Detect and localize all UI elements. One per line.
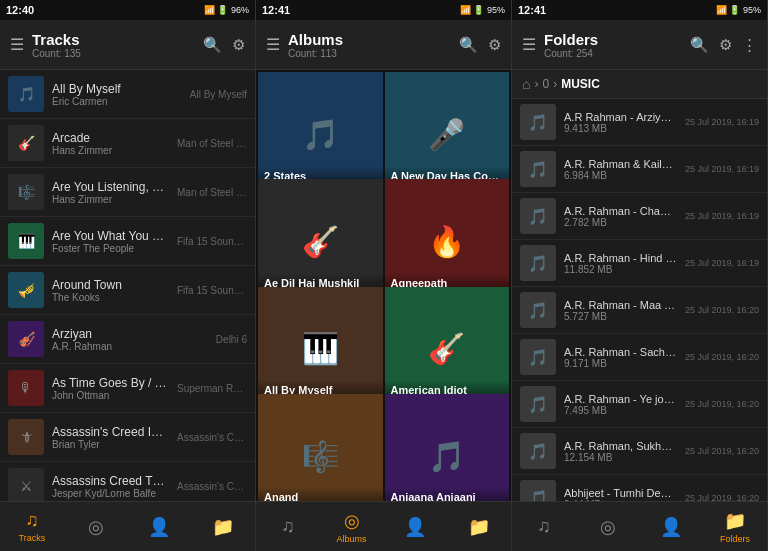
nav-item-3[interactable]: 📁 bbox=[191, 516, 255, 538]
hamburger-icon[interactable]: ☰ bbox=[266, 35, 280, 54]
file-name: A.R. Rahman - Chaand Taare .mp3 bbox=[564, 205, 677, 217]
hamburger-icon[interactable]: ☰ bbox=[10, 35, 24, 54]
file-thumbnail: 🎵 bbox=[520, 292, 556, 328]
track-artist: Jesper Kyd/Lorne Balfe bbox=[52, 488, 169, 499]
track-album: All By Myself bbox=[190, 89, 247, 100]
track-info: Assassin's Creed IV Black Flag Brian Tyl… bbox=[52, 425, 169, 450]
track-thumbnail: 🎹 bbox=[8, 223, 44, 259]
nav-item-1[interactable]: ◎ Albums bbox=[320, 510, 384, 544]
album-card[interactable]: 🎸 American Idiot Green Day bbox=[385, 287, 510, 412]
track-item[interactable]: 🎸 Arcade Hans Zimmer Man of Steel (Origi… bbox=[0, 119, 255, 168]
file-size: 7.495 MB bbox=[564, 405, 677, 416]
file-info: A.R. Rahman - Sachin Sachin.mp3 9.171 MB bbox=[564, 346, 677, 369]
nav-item-2[interactable]: 👤 bbox=[384, 516, 448, 538]
panel-count: Count: 254 bbox=[544, 48, 682, 59]
header-icons: 🔍 ⚙ ⋮ bbox=[690, 36, 757, 54]
file-item[interactable]: 🎵 A.R. Rahman - Chaand Taare .mp3 2.782 … bbox=[512, 193, 767, 240]
bottom-nav: ♫ Tracks ◎ 👤 📁 bbox=[0, 501, 255, 551]
tracks-panel: 12:40 📶 🔋 96% ☰ Tracks Count: 135 🔍 ⚙ 🎵 … bbox=[0, 0, 256, 551]
album-card[interactable]: 🎼 Anand Anand bbox=[258, 394, 383, 501]
track-item[interactable]: 🎺 Around Town The Kooks Fifa 15 Soundtra… bbox=[0, 266, 255, 315]
album-card[interactable]: 🔥 Agneepath Sonu Nigam bbox=[385, 179, 510, 304]
album-card[interactable]: 🎵 Anjaana Anjaani Rahat Fateh Ali Khan, … bbox=[385, 394, 510, 501]
nav-icon-0: ♫ bbox=[537, 516, 551, 537]
filter-icon[interactable]: ⚙ bbox=[488, 36, 501, 54]
file-size: 11.852 MB bbox=[564, 264, 677, 275]
file-name: A.R Rahman - Arziyan.mp3 bbox=[564, 111, 677, 123]
folders-panel: 12:41 📶 🔋 95% ☰ Folders Count: 254 🔍 ⚙ ⋮… bbox=[512, 0, 768, 551]
nav-item-0[interactable]: ♫ bbox=[256, 516, 320, 537]
file-name: A.R. Rahman - Hind Mere Jind.mp3 bbox=[564, 252, 677, 264]
file-thumbnail: 🎵 bbox=[520, 339, 556, 375]
nav-item-1[interactable]: ◎ bbox=[64, 516, 128, 538]
panel-title: Albums bbox=[288, 31, 451, 48]
search-icon[interactable]: 🔍 bbox=[203, 36, 222, 54]
album-card[interactable]: 🎤 A New Day Has Come Celine Dion bbox=[385, 72, 510, 197]
file-item[interactable]: 🎵 A.R. Rahman, Sukhwinder Singh, Tanvi S… bbox=[512, 428, 767, 475]
album-card[interactable]: 🎹 All By Myself Eric Carmen bbox=[258, 287, 383, 412]
nav-item-0[interactable]: ♫ bbox=[512, 516, 576, 537]
album-bg: 🎼 bbox=[258, 394, 383, 501]
file-item[interactable]: 🎵 A.R. Rahman & Kailash kher - Yu hi cha… bbox=[512, 146, 767, 193]
filter-icon[interactable]: ⚙ bbox=[719, 36, 732, 54]
track-item[interactable]: 🎹 Are You What You Want to Be? Foster Th… bbox=[0, 217, 255, 266]
breadcrumb: ⌂ › 0 › MUSIC bbox=[512, 70, 767, 99]
file-size: 9.413 MB bbox=[564, 123, 677, 134]
nav-label-1: Albums bbox=[337, 534, 367, 544]
file-thumbnail: 🎵 bbox=[520, 433, 556, 469]
album-grid: 🎵 2 States Arjit Singh & Chinmayi Sripad… bbox=[256, 70, 511, 501]
nav-item-3[interactable]: 📁 bbox=[447, 516, 511, 538]
track-item[interactable]: 🎼 Are You Listening, Clark? Hans Zimmer … bbox=[0, 168, 255, 217]
file-size: 9.171 MB bbox=[564, 358, 677, 369]
file-item[interactable]: 🎵 A.R. Rahman - Ye jo des hai tera.mp3 7… bbox=[512, 381, 767, 428]
file-date: 25 Jul 2019, 16:19 bbox=[685, 258, 759, 268]
file-item[interactable]: 🎵 A.R. Rahman - Hind Mere Jind.mp3 11.85… bbox=[512, 240, 767, 287]
status-icons: 📶 🔋 95% bbox=[460, 5, 505, 15]
track-item[interactable]: 🎙 As Time Goes By / The Planet Krypton J… bbox=[0, 364, 255, 413]
file-name: A.R. Rahman & Kailash kher - Yu hi chala… bbox=[564, 158, 677, 170]
file-item[interactable]: 🎵 A.R. Rahman - Sachin Sachin.mp3 9.171 … bbox=[512, 334, 767, 381]
hamburger-icon[interactable]: ☰ bbox=[522, 35, 536, 54]
home-icon[interactable]: ⌂ bbox=[522, 76, 530, 92]
album-card[interactable]: 🎵 2 States Arjit Singh & Chinmayi Sripad… bbox=[258, 72, 383, 197]
file-name: Abhijeet - Tumhi Dekho Na.mp3 bbox=[564, 487, 677, 499]
track-artist: John Ottman bbox=[52, 390, 169, 401]
track-name: As Time Goes By / The Planet Krypton bbox=[52, 376, 169, 390]
nav-label-0: Tracks bbox=[19, 533, 46, 543]
nav-item-1[interactable]: ◎ bbox=[576, 516, 640, 538]
more-icon[interactable]: ⋮ bbox=[742, 36, 757, 54]
filter-icon[interactable]: ⚙ bbox=[232, 36, 245, 54]
breadcrumb-0[interactable]: 0 bbox=[542, 77, 549, 91]
status-time: 12:40 bbox=[6, 4, 34, 16]
file-date: 25 Jul 2019, 16:19 bbox=[685, 164, 759, 174]
track-artist: Foster The People bbox=[52, 243, 169, 254]
track-item[interactable]: 🎻 Arziyan A.R. Rahman Delhi 6 bbox=[0, 315, 255, 364]
panel-header: ☰ Albums Count: 113 🔍 ⚙ bbox=[256, 20, 511, 70]
nav-item-0[interactable]: ♫ Tracks bbox=[0, 510, 64, 543]
status-icons: 📶 🔋 96% bbox=[204, 5, 249, 15]
file-item[interactable]: 🎵 A.R. Rahman - Maa Tujhe Salaam.mp3 5.7… bbox=[512, 287, 767, 334]
file-name: A.R. Rahman - Maa Tujhe Salaam.mp3 bbox=[564, 299, 677, 311]
nav-icon-1: ◎ bbox=[344, 510, 360, 532]
track-item[interactable]: 🗡 Assassin's Creed IV Black Flag Brian T… bbox=[0, 413, 255, 462]
album-card[interactable]: 🎸 Ae Dil Hai Mushkil Arijit Singh bbox=[258, 179, 383, 304]
track-info: Around Town The Kooks bbox=[52, 278, 169, 303]
track-info: As Time Goes By / The Planet Krypton Joh… bbox=[52, 376, 169, 401]
nav-item-3[interactable]: 📁 Folders bbox=[703, 510, 767, 544]
file-info: A.R. Rahman & Kailash kher - Yu hi chala… bbox=[564, 158, 677, 181]
status-time: 12:41 bbox=[262, 4, 290, 16]
file-item[interactable]: 🎵 Abhijeet - Tumhi Dekho Na.mp3 2.44 MB … bbox=[512, 475, 767, 501]
file-thumbnail: 🎵 bbox=[520, 104, 556, 140]
panel-title: Folders bbox=[544, 31, 682, 48]
search-icon[interactable]: 🔍 bbox=[459, 36, 478, 54]
nav-item-2[interactable]: 👤 bbox=[128, 516, 192, 538]
track-item[interactable]: ⚔ Assassins Creed Theme (Lorne Balfe) Je… bbox=[0, 462, 255, 501]
track-artist: Hans Zimmer bbox=[52, 194, 169, 205]
track-album: Superman Returns (Limited ... bbox=[177, 383, 247, 394]
track-item[interactable]: 🎵 All By Myself Eric Carmen All By Mysel… bbox=[0, 70, 255, 119]
file-item[interactable]: 🎵 A.R Rahman - Arziyan.mp3 9.413 MB 25 J… bbox=[512, 99, 767, 146]
search-icon[interactable]: 🔍 bbox=[690, 36, 709, 54]
track-album: Delhi 6 bbox=[216, 334, 247, 345]
album-name: Anand bbox=[264, 491, 377, 501]
nav-item-2[interactable]: 👤 bbox=[640, 516, 704, 538]
